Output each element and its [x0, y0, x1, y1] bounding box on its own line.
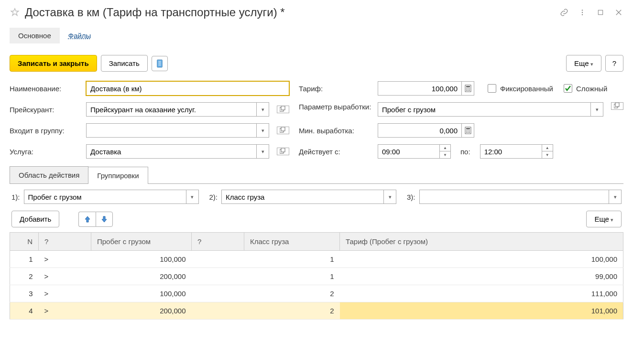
cell-mileage[interactable]: 100,000 [91, 251, 192, 268]
save-and-close-button[interactable]: Записать и закрыть [10, 55, 97, 72]
cell-class[interactable]: 2 [244, 302, 340, 320]
cell-q2[interactable] [192, 302, 244, 320]
cell-class[interactable]: 1 [244, 251, 340, 268]
svg-point-27 [466, 130, 467, 131]
table-more-button[interactable]: Еще [586, 211, 622, 227]
table-row[interactable]: 4>200,0002101,000 [10, 302, 623, 320]
cell-q1[interactable]: > [39, 302, 91, 320]
cell-tariff[interactable]: 99,000 [340, 268, 623, 285]
tab-scope[interactable]: Область действия [10, 166, 88, 183]
cell-tariff[interactable]: 100,000 [340, 251, 623, 268]
move-up-button[interactable] [78, 212, 96, 227]
cell-mileage[interactable]: 200,000 [91, 268, 192, 285]
cell-mileage[interactable]: 100,000 [91, 285, 192, 302]
svg-rect-14 [281, 148, 285, 152]
group-open-button[interactable] [277, 127, 289, 134]
cell-n[interactable]: 3 [10, 285, 39, 302]
cell-q1[interactable]: > [39, 268, 91, 285]
kebab-menu-icon[interactable] [578, 8, 587, 17]
group2-select[interactable] [221, 190, 384, 204]
report-button[interactable] [152, 56, 168, 71]
svg-point-20 [466, 90, 467, 91]
checkbox-checked-icon [564, 84, 572, 93]
tariff-label: Тариф: [299, 85, 373, 93]
cell-n[interactable]: 2 [10, 268, 39, 285]
group1-select[interactable] [24, 190, 186, 204]
cell-q2[interactable] [192, 251, 244, 268]
param-input[interactable] [378, 102, 591, 117]
min-calc-button[interactable] [462, 123, 474, 138]
tariff-input[interactable] [378, 81, 462, 96]
cell-mileage[interactable]: 200,000 [91, 302, 192, 320]
time-from-input[interactable] [378, 144, 440, 159]
groupings-table[interactable]: N ? Пробег с грузом ? Класс груза Тариф … [10, 232, 623, 320]
checkbox-icon [488, 84, 496, 93]
svg-rect-4 [157, 60, 163, 67]
fixed-checkbox[interactable]: Фиксированный [488, 84, 553, 93]
table-row[interactable]: 3>100,0002111,000 [10, 285, 623, 302]
th-q2[interactable]: ? [192, 233, 244, 251]
add-button[interactable]: Добавить [11, 211, 59, 227]
svg-rect-24 [615, 103, 619, 107]
group2-dropdown-icon[interactable]: ▾ [384, 190, 396, 204]
maximize-icon[interactable] [596, 8, 605, 17]
svg-rect-3 [598, 10, 602, 14]
time-to-input[interactable] [480, 144, 542, 159]
param-open-button[interactable] [611, 102, 623, 110]
min-input[interactable] [378, 123, 462, 138]
group3-label: 3): [407, 193, 415, 201]
close-icon[interactable] [614, 8, 623, 17]
service-input[interactable] [86, 144, 257, 159]
pricelist-dropdown-icon[interactable]: ▾ [257, 102, 269, 117]
name-input[interactable] [86, 81, 289, 96]
more-button[interactable]: Еще [566, 55, 601, 72]
cell-q2[interactable] [192, 268, 244, 285]
page-title: Доставка в км (Тариф на транспортные усл… [25, 6, 555, 19]
svg-rect-10 [281, 106, 285, 110]
svg-point-0 [582, 10, 583, 11]
tab-groupings[interactable]: Группировки [88, 167, 148, 184]
group3-select[interactable] [419, 190, 609, 204]
active-from-label: Действует с: [299, 148, 373, 156]
group2-label: 2): [209, 193, 218, 201]
cell-tariff[interactable]: 101,000 [340, 302, 623, 320]
tariff-calc-button[interactable] [462, 81, 474, 96]
service-open-button[interactable] [277, 148, 289, 155]
subtab-files[interactable]: Файлы [60, 28, 100, 43]
th-class[interactable]: Класс груза [244, 233, 340, 251]
cell-n[interactable]: 4 [10, 302, 39, 320]
svg-rect-26 [466, 128, 470, 129]
subtab-main[interactable]: Основное [10, 28, 60, 43]
save-button[interactable]: Записать [101, 55, 148, 72]
group3-dropdown-icon[interactable]: ▾ [609, 190, 622, 204]
th-tariff[interactable]: Тариф (Пробег с грузом) [340, 233, 623, 251]
param-dropdown-icon[interactable]: ▾ [591, 102, 603, 117]
th-mileage[interactable]: Пробег с грузом [91, 233, 192, 251]
svg-point-29 [469, 130, 470, 131]
time-from-spinner[interactable]: ▲▼ [440, 144, 451, 159]
cell-q1[interactable]: > [39, 285, 91, 302]
table-row[interactable]: 2>200,000199,000 [10, 268, 623, 285]
time-to-spinner[interactable]: ▲▼ [542, 144, 553, 159]
help-button[interactable]: ? [605, 55, 623, 72]
cell-class[interactable]: 1 [244, 268, 340, 285]
favorite-star-icon[interactable] [10, 7, 20, 18]
complex-checkbox[interactable]: Сложный [564, 84, 607, 93]
group-dropdown-icon[interactable]: ▾ [257, 123, 269, 138]
pricelist-input[interactable] [86, 102, 257, 117]
cell-q1[interactable]: > [39, 251, 91, 268]
cell-tariff[interactable]: 111,000 [340, 285, 623, 302]
table-row[interactable]: 1>100,0001100,000 [10, 251, 623, 268]
service-dropdown-icon[interactable]: ▾ [257, 144, 269, 159]
group-input[interactable] [86, 123, 257, 138]
th-n[interactable]: N [10, 233, 39, 251]
th-q1[interactable]: ? [39, 233, 91, 251]
cell-n[interactable]: 1 [10, 251, 39, 268]
cell-q2[interactable] [192, 285, 244, 302]
name-label: Наименование: [10, 85, 81, 93]
link-icon[interactable] [559, 8, 569, 17]
cell-class[interactable]: 2 [244, 285, 340, 302]
pricelist-open-button[interactable] [277, 106, 289, 113]
move-down-button[interactable] [96, 212, 113, 227]
group1-dropdown-icon[interactable]: ▾ [186, 190, 199, 204]
